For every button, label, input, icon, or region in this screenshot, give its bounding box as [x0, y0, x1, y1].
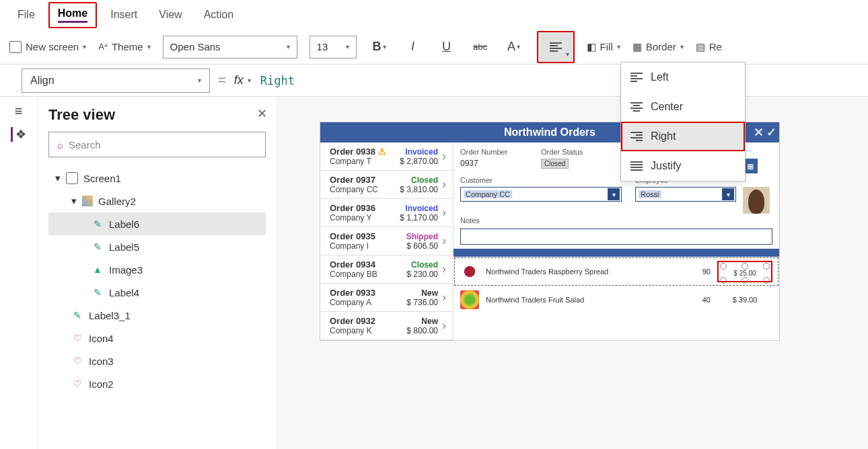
tree-node-image3[interactable]: ▲Image3 — [48, 258, 266, 281]
employee-select[interactable]: Rossi ▾ — [635, 187, 736, 202]
chevron-down-icon: ▾ — [346, 43, 349, 50]
opt-label: Center — [651, 101, 683, 113]
chevron-down-icon: ▾ — [147, 43, 151, 50]
fx-label: fx — [234, 73, 244, 87]
check-icon[interactable]: ✓ — [766, 125, 776, 140]
font-size-value: 13 — [317, 41, 328, 52]
status-label: Order Status — [541, 148, 622, 156]
notes-label: Notes — [460, 216, 772, 225]
order-item[interactable]: Order 0937Company CC Closed$ 3,810.00 › — [320, 171, 453, 199]
orders-list[interactable]: Order 0938 ⚠Company T Invoiced$ 2,870.00… — [320, 142, 454, 340]
new-screen-button[interactable]: New screen ▾ — [9, 41, 86, 53]
property-select[interactable]: Align ▾ — [22, 69, 210, 93]
equals-sign: = — [218, 73, 226, 88]
menubar: File Home Insert View Action — [0, 0, 868, 30]
formula-value[interactable]: Right — [260, 74, 295, 87]
tab-action[interactable]: Action — [196, 5, 242, 25]
align-center-icon — [630, 102, 643, 112]
price: $ 25.00 — [720, 270, 770, 277]
chevron-down-icon: ▾ — [287, 43, 290, 50]
qty: 40 — [690, 296, 711, 304]
align-right-icon — [630, 132, 643, 141]
tree-node-label5[interactable]: ✎Label5 — [48, 235, 266, 258]
order-item[interactable]: Order 0935Company I Shipped$ 606.50 › — [320, 227, 453, 255]
node-label: Label6 — [109, 218, 139, 230]
tree-search-input[interactable]: ⌕ Search — [48, 132, 266, 157]
tree-node-gallery2[interactable]: ▾Gallery2 — [48, 190, 266, 212]
order-item[interactable]: Order 0933Company A New$ 736.00 › — [320, 284, 453, 312]
selection-handles[interactable]: $ 25.00 — [717, 261, 772, 282]
chevron-down-icon: ▾ — [248, 77, 251, 84]
underline-button[interactable]: U — [436, 36, 458, 58]
hamburger-icon[interactable]: ≡ — [15, 104, 23, 119]
product-thumb — [460, 290, 479, 309]
tree-view-icon[interactable]: ❖ — [11, 127, 26, 142]
order-item[interactable]: Order 0936Company Y Invoiced$ 1,170.00 › — [320, 199, 453, 227]
chevron-down-icon: ▾ — [617, 43, 620, 50]
chevron-down-icon: ▾ — [608, 188, 620, 200]
align-left-option[interactable]: Left — [621, 63, 745, 92]
product-name: Northwind Traders Raspberry Spread — [486, 268, 684, 276]
align-left-icon — [630, 73, 643, 82]
strikethrough-button[interactable]: abc — [470, 36, 491, 58]
node-label: Icon3 — [89, 356, 114, 367]
label-icon: ✎ — [92, 286, 104, 298]
bold-button[interactable]: B▾ — [369, 36, 390, 58]
node-label: Gallery2 — [98, 196, 136, 207]
order-item[interactable]: Order 0934Company BB Closed$ 230.00 › — [320, 255, 453, 284]
tab-view[interactable]: View — [151, 5, 190, 25]
chevron-right-icon: › — [442, 290, 446, 304]
font-color-button[interactable]: A▾ — [503, 36, 525, 58]
theme-icon: Aᵃ — [98, 42, 108, 52]
align-right-option[interactable]: Right — [621, 122, 745, 151]
tree-node-icon2[interactable]: ♡Icon2 — [48, 372, 266, 395]
theme-button[interactable]: Aᵃ Theme ▾ — [98, 41, 150, 52]
property-value: Align — [30, 75, 55, 87]
italic-button[interactable]: I — [402, 36, 424, 58]
tree-node-screen1[interactable]: ▾Screen1 — [48, 167, 266, 190]
tree-node-icon3[interactable]: ♡Icon3 — [48, 350, 266, 372]
order-item[interactable]: Order 0938 ⚠Company T Invoiced$ 2,870.00… — [320, 142, 453, 171]
chevron-right-icon: › — [442, 234, 446, 248]
price: $ 39.00 — [717, 296, 772, 304]
chevron-right-icon: › — [442, 262, 446, 276]
order-line[interactable]: Northwind Traders Fruit Salad 40 $ 39.00 — [454, 286, 779, 313]
fill-label: Fill — [600, 41, 613, 52]
order-line-selected[interactable]: Northwind Traders Raspberry Spread 90 $ … — [454, 257, 779, 286]
align-center-option[interactable]: Center — [621, 92, 745, 122]
chevron-down-icon: ▾ — [722, 188, 734, 200]
align-justify-icon — [630, 161, 643, 171]
node-label: Label3_1 — [89, 310, 131, 321]
customer-select[interactable]: Company CC ▾ — [460, 187, 622, 202]
screen-icon — [9, 41, 22, 53]
align-dropdown: Left Center Right Justify — [620, 62, 746, 181]
font-select[interactable]: Open Sans ▾ — [163, 36, 297, 58]
customer-label: Customer — [460, 176, 534, 184]
text-align-button[interactable]: ▾ — [537, 31, 575, 63]
tree-node-label4[interactable]: ✎Label4 — [48, 281, 266, 304]
close-icon[interactable]: ✕ — [257, 106, 267, 121]
order-item[interactable]: Order 0932Company K New$ 800.00 › — [320, 312, 453, 340]
chevron-down-icon: ▾ — [680, 43, 684, 50]
node-label: Label5 — [109, 241, 139, 253]
chevron-right-icon: › — [442, 319, 446, 333]
notes-input[interactable] — [460, 229, 772, 245]
image-icon: ▲ — [92, 263, 104, 276]
tab-insert[interactable]: Insert — [102, 5, 145, 25]
align-justify-option[interactable]: Justify — [621, 151, 745, 181]
gallery-icon — [82, 196, 93, 206]
screen-icon — [66, 172, 78, 184]
tree-node-label3-1[interactable]: ✎Label3_1 — [48, 304, 266, 327]
fill-button[interactable]: ◧ Fill ▾ — [587, 41, 620, 53]
chevron-right-icon: › — [442, 206, 446, 220]
theme-label: Theme — [112, 41, 143, 52]
tab-file[interactable]: File — [9, 5, 43, 25]
tree-node-label6[interactable]: ✎Label6 — [48, 212, 266, 235]
border-button[interactable]: ▦ Border ▾ — [632, 41, 684, 53]
tree-node-icon4[interactable]: ♡Icon4 — [48, 327, 266, 350]
close-icon[interactable]: ✕ — [754, 125, 764, 140]
tab-home[interactable]: Home — [48, 2, 97, 28]
font-size-select[interactable]: 13 ▾ — [310, 36, 357, 58]
reorder-button[interactable]: ▤ Re — [696, 41, 722, 53]
employee-value: Rossi — [639, 190, 661, 198]
